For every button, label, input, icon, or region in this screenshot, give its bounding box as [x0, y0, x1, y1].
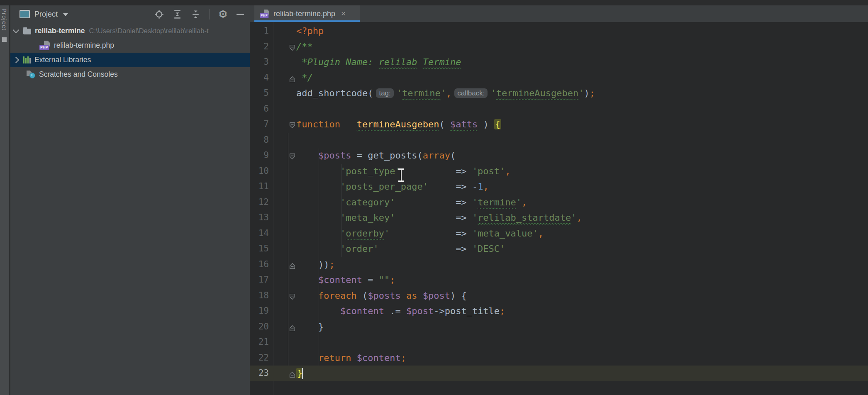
- project-sidebar: Project ⚙ relilab-termineC:\Users\Daniel…: [10, 5, 250, 395]
- line-number[interactable]: 9: [250, 148, 269, 163]
- line-number[interactable]: 10: [250, 163, 269, 179]
- fold-marker-up[interactable]: [289, 261, 296, 268]
- line-number[interactable]: 18: [250, 288, 269, 304]
- locate-file-button[interactable]: [154, 10, 164, 19]
- line-number[interactable]: 21: [250, 334, 269, 350]
- code-line-14[interactable]: 14 'orderby' => 'meta_value',: [250, 226, 868, 241]
- stripe-project-button[interactable]: Project: [1, 8, 8, 31]
- line-number[interactable]: 17: [250, 272, 269, 288]
- code-text: add_shortcode(tag:'termine',callback:'te…: [296, 85, 595, 101]
- code-line-18[interactable]: 18 foreach ($posts as $post) {: [250, 288, 868, 304]
- code-line-6[interactable]: 6: [250, 101, 868, 117]
- code-text: /**: [296, 39, 313, 55]
- tree-item-relilab-termine-php[interactable]: PHPrelilab-termine.php: [10, 38, 250, 53]
- tree-item-external-libraries[interactable]: External Libraries: [10, 53, 250, 67]
- tree-item-relilab-termine[interactable]: relilab-termineC:\Users\Daniel\Desktop\r…: [10, 24, 250, 38]
- project-toolbar: Project ⚙: [10, 5, 250, 23]
- chevron-right-icon[interactable]: [13, 57, 20, 63]
- chevron-down-icon[interactable]: [63, 13, 68, 16]
- code-line-15[interactable]: 15 'order' => 'DESC': [250, 241, 868, 257]
- settings-gear-button[interactable]: ⚙: [218, 9, 228, 20]
- line-number[interactable]: 8: [250, 132, 269, 148]
- code-line-16[interactable]: 16 ));: [250, 257, 868, 273]
- code-text: ));: [296, 257, 335, 273]
- line-number[interactable]: 7: [250, 117, 269, 132]
- tree-item-scratches-and-consoles[interactable]: Scratches and Consoles: [10, 67, 250, 82]
- code-line-4[interactable]: 4 */: [250, 70, 868, 86]
- code-line-2[interactable]: 2/**: [250, 39, 868, 55]
- close-icon[interactable]: ×: [341, 9, 346, 18]
- code-text: 'category' => 'termine',: [296, 195, 527, 210]
- line-number[interactable]: 15: [250, 241, 269, 257]
- code-line-11[interactable]: 11 'posts_per_page' => -1,: [250, 179, 868, 195]
- fold-marker-down[interactable]: [289, 292, 296, 299]
- line-number[interactable]: 13: [250, 210, 269, 226]
- code-text: $posts = get_posts(array(: [296, 148, 456, 163]
- php-file-icon: PHP: [39, 41, 50, 50]
- line-number[interactable]: 4: [250, 70, 269, 86]
- line-number[interactable]: 6: [250, 101, 269, 117]
- code-line-21[interactable]: 21: [250, 334, 868, 350]
- chevron-down-icon[interactable]: [13, 27, 20, 34]
- tab-relilab-termine-php[interactable]: PHP relilab-termine.php ×: [254, 5, 360, 22]
- line-number[interactable]: 23: [250, 366, 269, 381]
- code-text: 'order' => 'DESC': [296, 241, 505, 257]
- line-number[interactable]: 20: [250, 319, 269, 335]
- code-line-5[interactable]: 5add_shortcode(tag:'termine',callback:'t…: [250, 85, 868, 101]
- code-text: $content = "";: [296, 272, 395, 288]
- code-text: 'posts_per_page' => -1,: [296, 179, 489, 195]
- code-line-23[interactable]: 23}: [250, 366, 868, 381]
- code-line-13[interactable]: 13 'meta_key' => 'relilab_startdate',: [250, 210, 868, 226]
- line-number[interactable]: 3: [250, 54, 269, 70]
- tree-item-label: External Libraries: [34, 56, 91, 64]
- code-line-10[interactable]: 10 'post_type' => 'post',: [250, 163, 868, 179]
- mouse-cursor-ibeam: [397, 168, 405, 182]
- tree-item-label: relilab-termine: [35, 27, 85, 35]
- line-number[interactable]: 1: [250, 23, 269, 39]
- code-line-22[interactable]: 22 return $content;: [250, 350, 868, 366]
- code-line-19[interactable]: 19 $content .= $post->post_title;: [250, 303, 868, 319]
- code-line-9[interactable]: 9 $posts = get_posts(array(: [250, 148, 868, 163]
- tree-item-label: Scratches and Consoles: [39, 70, 118, 79]
- project-tree: relilab-termineC:\Users\Daniel\Desktop\r…: [10, 23, 250, 82]
- fold-marker-up[interactable]: [289, 74, 296, 81]
- code-text: function termineAusgeben( $atts ) {: [296, 117, 500, 132]
- php-file-icon: PHP: [260, 9, 270, 18]
- hide-tool-window-button[interactable]: [237, 14, 244, 15]
- code-line-12[interactable]: 12 'category' => 'termine',: [250, 195, 868, 210]
- code-line-3[interactable]: 3 *Plugin Name: relilab Termine: [250, 54, 868, 70]
- code-text: foreach ($posts as $post) {: [296, 288, 467, 304]
- parameter-hint: callback:: [454, 88, 488, 98]
- code-line-7[interactable]: 7function termineAusgeben( $atts ) {: [250, 117, 868, 132]
- code-line-1[interactable]: 1<?php: [250, 23, 868, 39]
- line-number[interactable]: 11: [250, 179, 269, 195]
- fold-marker-down[interactable]: [289, 121, 296, 128]
- line-number[interactable]: 16: [250, 257, 269, 273]
- project-tool-window-icon: [20, 10, 30, 18]
- code-line-17[interactable]: 17 $content = "";: [250, 272, 868, 288]
- expand-all-button[interactable]: [173, 10, 182, 19]
- line-number[interactable]: 5: [250, 85, 269, 101]
- line-number[interactable]: 12: [250, 195, 269, 210]
- line-number[interactable]: 19: [250, 303, 269, 319]
- code-text: }: [296, 319, 324, 335]
- tool-window-indicator-icon: [2, 37, 7, 42]
- fold-marker-up[interactable]: [289, 323, 296, 330]
- line-number[interactable]: 22: [250, 350, 269, 366]
- title-bar: [0, 0, 868, 5]
- line-number[interactable]: 2: [250, 39, 269, 55]
- code-line-8[interactable]: 8: [250, 132, 868, 148]
- code-line-20[interactable]: 20 }: [250, 319, 868, 335]
- line-number[interactable]: 14: [250, 226, 269, 241]
- ide-window: Project Project ⚙ relila: [0, 0, 868, 395]
- fold-marker-up[interactable]: [289, 370, 296, 377]
- editor-tab-bar: PHP relilab-termine.php ×: [250, 5, 868, 22]
- fold-marker-down[interactable]: [289, 152, 296, 159]
- parameter-hint: tag:: [376, 88, 393, 98]
- project-view-selector[interactable]: Project: [34, 10, 58, 19]
- fold-marker-down[interactable]: [289, 43, 296, 50]
- code-editor[interactable]: 1<?php2/**3 *Plugin Name: relilab Termin…: [250, 22, 868, 395]
- code-text: <?php: [296, 23, 324, 39]
- tool-window-stripe: Project: [0, 5, 10, 395]
- collapse-all-button[interactable]: [191, 10, 200, 19]
